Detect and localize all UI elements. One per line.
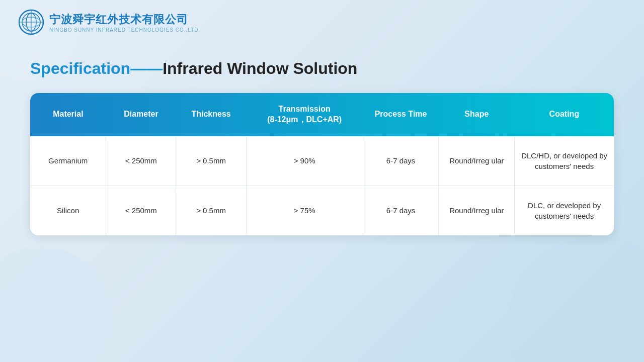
cell-coating-1: DLC, or developed by customers' needs xyxy=(515,186,614,235)
cell-processtime-1: 6-7 days xyxy=(363,186,439,235)
page-wrapper: 宁波舜宇红外技术有限公司 NINGBO SUNNY INFRARED TECHN… xyxy=(0,0,644,362)
title-blue-part: Specification—— xyxy=(30,59,163,77)
header: 宁波舜宇红外技术有限公司 NINGBO SUNNY INFRARED TECHN… xyxy=(0,0,644,44)
col-header-transmission: Transmission(8-12μm，DLC+AR) xyxy=(246,93,363,136)
logo-container: 宁波舜宇红外技术有限公司 NINGBO SUNNY INFRARED TECHN… xyxy=(18,9,200,35)
col-header-thickness: Thickness xyxy=(176,93,246,136)
title-section: Specification——Infrared Window Solution xyxy=(0,44,644,88)
cell-material-0: Germanium xyxy=(30,136,106,186)
cell-processtime-0: 6-7 days xyxy=(363,136,439,186)
cell-thickness-1: > 0.5mm xyxy=(176,186,246,235)
logo-chinese-text: 宁波舜宇红外技术有限公司 xyxy=(49,12,200,27)
logo-icon xyxy=(18,9,44,35)
table-body: Germanium < 250mm > 0.5mm > 90% 6-7 days… xyxy=(30,136,614,235)
cell-diameter-1: < 250mm xyxy=(106,186,176,235)
logo-english-text: NINGBO SUNNY INFRARED TECHNOLOGIES CO.,L… xyxy=(49,27,200,33)
title-black-part: Infrared Window Solution xyxy=(163,59,357,77)
cell-shape-1: Round/Irreg ular xyxy=(439,186,515,235)
cell-shape-0: Round/Irreg ular xyxy=(439,136,515,186)
logo-text: 宁波舜宇红外技术有限公司 NINGBO SUNNY INFRARED TECHN… xyxy=(49,12,200,33)
cell-coating-0: DLC/HD, or developed by customers' needs xyxy=(515,136,614,186)
spec-table-container: Material Diameter Thickness Transmission… xyxy=(30,93,614,235)
col-header-material: Material xyxy=(30,93,106,136)
table-row: Germanium < 250mm > 0.5mm > 90% 6-7 days… xyxy=(30,136,614,186)
page-title: Specification——Infrared Window Solution xyxy=(30,59,614,78)
col-header-processtime: Process Time xyxy=(363,93,439,136)
col-header-shape: Shape xyxy=(439,93,515,136)
cell-thickness-0: > 0.5mm xyxy=(176,136,246,186)
cell-transmission-0: > 90% xyxy=(246,136,363,186)
col-header-diameter: Diameter xyxy=(106,93,176,136)
cell-material-1: Silicon xyxy=(30,186,106,235)
table-header-row: Material Diameter Thickness Transmission… xyxy=(30,93,614,136)
cell-transmission-1: > 75% xyxy=(246,186,363,235)
table-row: Silicon < 250mm > 0.5mm > 75% 6-7 days R… xyxy=(30,186,614,235)
col-header-coating: Coating xyxy=(515,93,614,136)
spec-table: Material Diameter Thickness Transmission… xyxy=(30,93,614,235)
cell-diameter-0: < 250mm xyxy=(106,136,176,186)
table-header: Material Diameter Thickness Transmission… xyxy=(30,93,614,136)
